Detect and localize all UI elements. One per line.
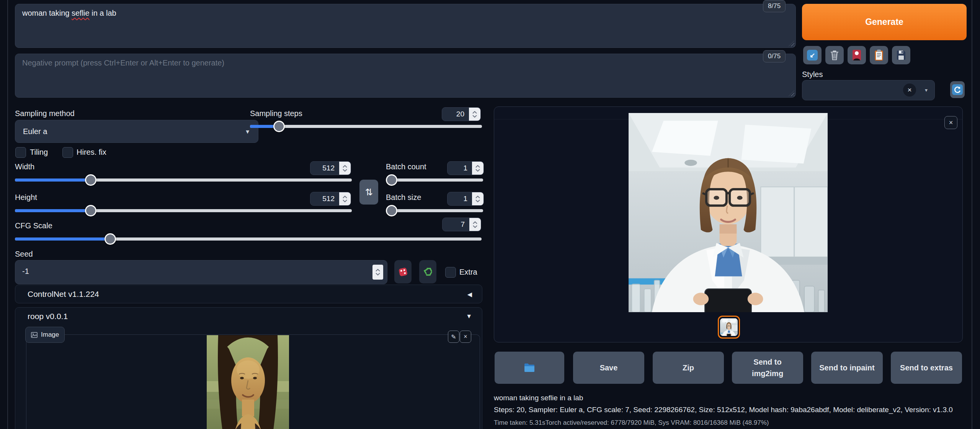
edit-image-button[interactable]: ✎ [448, 331, 459, 343]
generated-image[interactable] [629, 113, 828, 312]
txt2img-page: woman taking seflie in a lab 8/75 0/75 S… [0, 0, 980, 429]
send-to-extras-button[interactable]: Send to extras [891, 352, 962, 384]
sampling-method-dropdown[interactable]: Euler a ▼ [15, 120, 258, 143]
image-icon [31, 332, 38, 338]
cfg-scale-label: CFG Scale [15, 221, 52, 230]
roop-accordion: roop v0.0.1 ▼ Image ✎ × [15, 307, 482, 429]
send-to-inpaint-button[interactable]: Send to inpaint [811, 352, 883, 384]
close-icon: × [949, 119, 953, 127]
negative-token-counter: 0/75 [763, 50, 786, 62]
result-gallery-panel: × [494, 106, 963, 342]
refresh-styles-button[interactable] [950, 81, 965, 98]
prompt-textarea[interactable]: woman taking seflie in a lab [15, 4, 796, 48]
result-params-text: Steps: 20, Sampler: Euler a, CFG scale: … [494, 406, 953, 414]
generate-button[interactable]: Generate [802, 4, 967, 40]
sampling-steps-input[interactable]: 20 [442, 107, 481, 121]
slider-thumb[interactable] [273, 121, 285, 132]
clear-styles-button[interactable]: × [903, 84, 916, 97]
styles-dropdown[interactable]: × ▾ [802, 80, 935, 100]
send-to-img2img-button[interactable]: Send to img2img [732, 352, 803, 384]
apply-style-button[interactable] [870, 46, 888, 64]
batch-size-input[interactable]: 1 [447, 192, 484, 206]
seed-input[interactable]: -1 [15, 260, 387, 284]
zip-button[interactable]: Zip [653, 352, 724, 384]
roop-image-dropzone[interactable]: ✎ × [26, 334, 480, 429]
clear-prompt-button[interactable] [825, 46, 844, 64]
controlnet-accordion[interactable]: ControlNet v1.1.224 ◀ [15, 285, 482, 303]
slider-thumb[interactable] [85, 205, 96, 216]
spinner-icon[interactable] [469, 108, 480, 121]
gallery-thumbnail-selected[interactable] [718, 316, 740, 339]
trash-icon [830, 50, 840, 61]
seed-value: -1 [22, 267, 29, 276]
save-style-button[interactable] [892, 46, 910, 64]
cfg-scale-input[interactable]: 7 [442, 218, 481, 231]
result-time-text: Time taken: 5.31sTorch active/reserved: … [494, 419, 769, 427]
slider-thumb[interactable] [386, 174, 397, 186]
height-label: Height [15, 193, 37, 202]
extra-seed-label: Extra [459, 268, 477, 277]
tiling-checkbox[interactable] [15, 147, 26, 158]
width-input[interactable]: 512 [310, 161, 351, 175]
height-input[interactable]: 512 [310, 192, 351, 206]
sampling-steps-slider[interactable] [250, 121, 482, 132]
styles-label: Styles [802, 70, 823, 79]
width-slider[interactable] [15, 174, 352, 186]
spinner-icon[interactable] [472, 162, 483, 175]
batch-count-slider[interactable] [386, 174, 483, 186]
negative-prompt-textarea[interactable] [15, 54, 795, 97]
tab-image[interactable]: Image [25, 327, 65, 343]
batch-size-slider[interactable] [386, 205, 483, 216]
chevron-down-icon: ▼ [466, 313, 472, 320]
prompt-text: woman taking seflie in a lab [22, 9, 116, 18]
open-folder-button[interactable] [495, 352, 564, 384]
pencil-icon: ✎ [451, 333, 456, 341]
roop-title: roop v0.0.1 [28, 312, 68, 321]
spinner-icon[interactable] [472, 192, 483, 205]
extra-seed-checkbox[interactable] [445, 267, 456, 278]
reuse-seed-button[interactable] [419, 260, 436, 283]
spinner-icon[interactable] [469, 218, 481, 231]
clipboard-icon [874, 49, 884, 61]
save-button[interactable]: Save [573, 352, 644, 384]
card-icon [852, 49, 861, 61]
close-icon: × [464, 333, 467, 340]
recycle-icon [422, 266, 434, 278]
slider-thumb[interactable] [386, 205, 397, 216]
left-scroll-track[interactable] [7, 0, 8, 429]
switch-width-height-button[interactable]: ⇅ [359, 180, 378, 205]
clear-image-button[interactable]: × [460, 331, 471, 343]
refresh-icon [952, 84, 963, 95]
chevron-down-icon: ▾ [925, 87, 928, 93]
sampling-method-value: Euler a [23, 127, 47, 136]
extra-networks-button[interactable] [848, 46, 866, 64]
sampling-method-label: Sampling method [15, 109, 75, 118]
right-scroll-track[interactable] [972, 0, 972, 429]
spinner-icon[interactable] [339, 162, 351, 175]
close-gallery-button[interactable]: × [944, 116, 957, 129]
chevron-down-icon: ▼ [245, 128, 250, 135]
spinner-icon[interactable] [339, 192, 351, 205]
roop-accordion-header[interactable]: roop v0.0.1 ▼ [15, 308, 482, 325]
cfg-scale-slider[interactable] [15, 233, 482, 245]
roop-face-image [207, 335, 289, 429]
hires-fix-checkbox[interactable] [62, 147, 73, 158]
prompt-token-counter: 8/75 [763, 0, 786, 12]
read-params-button[interactable]: ↙ [803, 46, 822, 64]
random-seed-button[interactable] [394, 260, 412, 283]
batch-count-input[interactable]: 1 [447, 161, 484, 175]
batch-size-label: Batch size [386, 193, 421, 202]
sampling-steps-label: Sampling steps [250, 109, 302, 118]
slider-thumb[interactable] [85, 174, 96, 186]
swap-arrows-icon: ⇅ [365, 187, 372, 198]
chevron-left-icon: ◀ [467, 290, 472, 298]
result-prompt-text: woman taking seflie in a lab [494, 394, 583, 402]
batch-count-label: Batch count [386, 162, 426, 171]
resize-handle-icon[interactable] [789, 41, 794, 46]
controlnet-title: ControlNet v1.1.224 [28, 290, 99, 299]
slider-thumb[interactable] [105, 233, 116, 245]
arrow-down-left-icon: ↙ [807, 50, 818, 61]
height-slider[interactable] [15, 205, 352, 216]
seed-label: Seed [15, 250, 33, 259]
spinner-icon[interactable] [372, 265, 383, 280]
